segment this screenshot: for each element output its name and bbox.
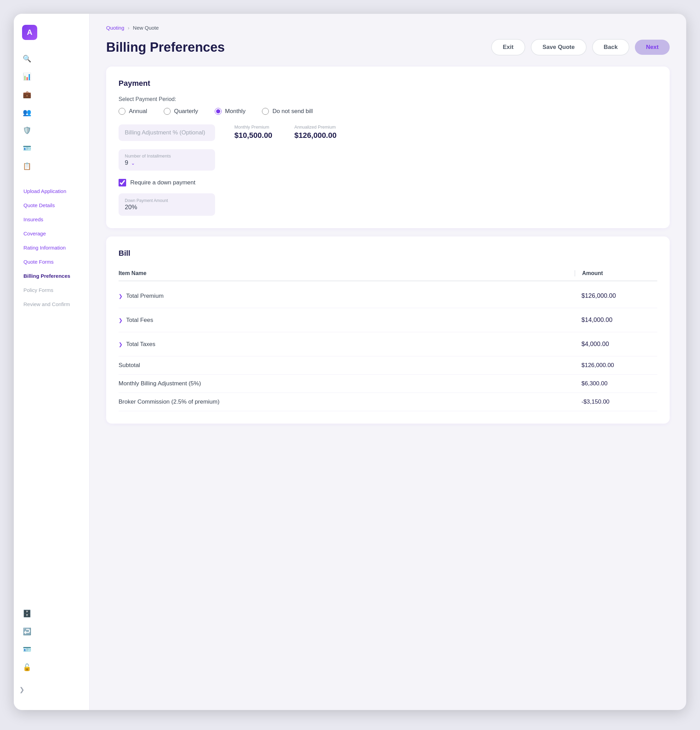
table-row: Subtotal $126,000.00	[118, 356, 657, 375]
database-icon[interactable]: 🗄️	[19, 606, 35, 621]
sidebar-expand-button[interactable]: ❯	[14, 680, 89, 699]
radio-monthly[interactable]: Monthly	[215, 108, 246, 115]
annualized-premium-group: Annualized Premium $126,000.00	[294, 124, 336, 140]
total-premium-amount: $126,000.00	[574, 292, 657, 299]
sidebar-item-upload-application[interactable]: Upload Application	[19, 185, 84, 197]
installments-field: Number of Installments 9 ⌄	[118, 149, 215, 171]
sidebar-item-quote-forms[interactable]: Quote Forms	[19, 256, 84, 268]
layers-icon[interactable]: 📋	[19, 159, 35, 174]
sidebar-item-billing-preferences[interactable]: Billing Preferences	[19, 270, 84, 282]
logout-icon[interactable]: 🔓	[19, 660, 35, 675]
monthly-premium-group: Monthly Premium $10,500.00	[234, 124, 272, 140]
sidebar-icons: 🔍 📊 💼 👥 🛡️ 🪪 📋	[14, 51, 89, 174]
installments-chevron-icon[interactable]: ⌄	[131, 160, 135, 166]
total-fees-chevron-icon[interactable]: ❯	[118, 317, 123, 323]
save-quote-button[interactable]: Save Quote	[531, 39, 587, 55]
sidebar-item-insureds[interactable]: Insureds	[19, 213, 84, 226]
broker-commission-name: Broker Commission (2.5% of premium)	[118, 399, 574, 405]
bill-col-name-header: Item Name	[118, 270, 574, 276]
chart-icon[interactable]: 📊	[19, 69, 35, 84]
monthly-premium-value: $10,500.00	[234, 131, 272, 140]
card-icon[interactable]: 🪪	[19, 141, 35, 156]
subtotal-value: $126,000.00	[582, 362, 657, 369]
radio-monthly-input[interactable]	[215, 108, 222, 115]
radio-no-bill-label: Do not send bill	[272, 108, 313, 115]
shield-icon[interactable]: 🛡️	[19, 123, 35, 138]
require-down-payment-row: Require a down payment	[118, 179, 657, 187]
installments-label: Number of Installments	[125, 153, 209, 159]
table-row: ❯ Total Taxes $4,000.00	[118, 332, 657, 356]
bill-card: Bill Item Name Amount ❯ Total Premium $1…	[106, 237, 670, 423]
payment-card: Payment Select Payment Period: Annual Qu…	[106, 67, 670, 228]
subtotal-name: Subtotal	[118, 362, 574, 369]
sidebar-item-coverage[interactable]: Coverage	[19, 227, 84, 240]
radio-annual-label: Annual	[129, 108, 147, 115]
total-fees-name: ❯ Total Fees	[118, 317, 574, 324]
payment-period-radio-group: Annual Quarterly Monthly Do not send bil…	[118, 108, 657, 115]
breadcrumb-current: New Quote	[133, 25, 159, 31]
logo-icon: A	[22, 25, 37, 40]
billing-adjustment-wrapper	[118, 124, 215, 141]
sidebar: A 🔍 📊 💼 👥 🛡️ 🪪 📋 Upload Application Quot…	[14, 14, 90, 710]
breadcrumb-parent[interactable]: Quoting	[106, 25, 124, 31]
sidebar-bottom: 🗄️ ↩️ 🪪 🔓	[14, 600, 89, 680]
id-card-icon[interactable]: 🪪	[19, 642, 35, 657]
main-content: Quoting › New Quote Billing Preferences …	[90, 14, 686, 710]
premium-display: Monthly Premium $10,500.00 Annualized Pr…	[232, 124, 336, 140]
table-row: Monthly Billing Adjustment (5%) $6,300.0…	[118, 375, 657, 393]
installments-value: 9	[125, 159, 128, 166]
annualized-premium-value: $126,000.00	[294, 131, 336, 140]
radio-no-bill[interactable]: Do not send bill	[262, 108, 313, 115]
back-arrow-icon[interactable]: ↩️	[19, 624, 35, 639]
sidebar-item-quote-details[interactable]: Quote Details	[19, 199, 84, 212]
radio-annual[interactable]: Annual	[118, 108, 147, 115]
users-icon[interactable]: 👥	[19, 105, 35, 120]
installments-select-row[interactable]: 9 ⌄	[125, 159, 209, 166]
table-row: ❯ Total Fees $14,000.00	[118, 308, 657, 332]
sidebar-item-review-and-confirm[interactable]: Review and Confirm	[19, 298, 84, 311]
broker-commission-amount: -$3,150.00	[574, 399, 657, 405]
radio-quarterly-label: Quarterly	[174, 108, 198, 115]
next-button[interactable]: Next	[635, 39, 670, 55]
total-taxes-name: ❯ Total Taxes	[118, 341, 574, 348]
installments-wrapper: Number of Installments 9 ⌄	[118, 149, 657, 171]
radio-monthly-label: Monthly	[225, 108, 246, 115]
bill-col-amount-header: Amount	[574, 270, 657, 276]
require-down-payment-checkbox[interactable]	[118, 179, 126, 187]
total-premium-chevron-icon[interactable]: ❯	[118, 293, 123, 299]
select-period-label: Select Payment Period:	[118, 96, 657, 102]
total-taxes-chevron-icon[interactable]: ❯	[118, 342, 123, 347]
radio-quarterly-input[interactable]	[164, 108, 171, 115]
monthly-billing-adj-name: Monthly Billing Adjustment (5%)	[118, 380, 574, 387]
annualized-premium-label: Annualized Premium	[294, 124, 336, 130]
search-icon[interactable]: 🔍	[19, 51, 35, 66]
require-down-payment-label: Require a down payment	[130, 179, 196, 186]
table-row: Broker Commission (2.5% of premium) -$3,…	[118, 393, 657, 411]
bill-title: Bill	[118, 249, 657, 258]
header-actions: Exit Save Quote Back Next	[491, 39, 670, 55]
monthly-premium-label: Monthly Premium	[234, 124, 272, 130]
back-button[interactable]: Back	[592, 39, 630, 55]
bill-table: Item Name Amount ❯ Total Premium $126,00…	[118, 266, 657, 411]
radio-annual-input[interactable]	[118, 108, 126, 115]
page-title: Billing Preferences	[106, 40, 225, 55]
radio-quarterly[interactable]: Quarterly	[164, 108, 198, 115]
table-row: ❯ Total Premium $126,000.00	[118, 284, 657, 308]
breadcrumb: Quoting › New Quote	[106, 25, 670, 31]
exit-button[interactable]: Exit	[491, 39, 525, 55]
total-taxes-amount: $4,000.00	[574, 340, 657, 348]
total-fees-amount: $14,000.00	[574, 317, 657, 324]
monthly-billing-adj-value: $6,300.00	[582, 380, 657, 387]
billing-adjustment-input[interactable]	[118, 124, 215, 141]
total-premium-name: ❯ Total Premium	[118, 293, 574, 299]
radio-no-bill-input[interactable]	[262, 108, 269, 115]
app-container: A 🔍 📊 💼 👥 🛡️ 🪪 📋 Upload Application Quot…	[14, 14, 686, 710]
down-payment-field: Down Payment Amount 20%	[118, 193, 215, 216]
sidebar-item-rating-information[interactable]: Rating Information	[19, 241, 84, 254]
briefcase-icon[interactable]: 💼	[19, 87, 35, 102]
down-payment-value: 20%	[125, 204, 209, 211]
down-payment-label: Down Payment Amount	[125, 198, 209, 203]
sidebar-item-policy-forms[interactable]: Policy Forms	[19, 284, 84, 296]
sidebar-nav: Upload Application Quote Details Insured…	[14, 185, 89, 600]
breadcrumb-separator: ›	[128, 25, 130, 31]
